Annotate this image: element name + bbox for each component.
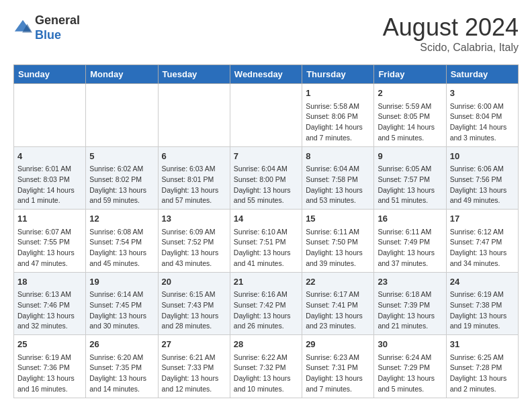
calendar-cell: 12Sunrise: 6:08 AM Sunset: 7:54 PM Dayli… [86, 210, 158, 273]
day-info: Sunrise: 6:15 AM Sunset: 7:43 PM Dayligh… [162, 289, 226, 332]
calendar-week-3: 18Sunrise: 6:13 AM Sunset: 7:46 PM Dayli… [14, 272, 519, 335]
day-info: Sunrise: 6:04 AM Sunset: 7:58 PM Dayligh… [306, 164, 370, 206]
calendar-week-1: 4Sunrise: 6:01 AM Sunset: 8:03 PM Daylig… [14, 146, 519, 210]
calendar-cell [158, 84, 230, 147]
day-number: 29 [306, 338, 370, 351]
weekday-header-sunday: Sunday [14, 65, 86, 84]
calendar-cell: 23Sunrise: 6:18 AM Sunset: 7:39 PM Dayli… [374, 272, 446, 335]
calendar-cell: 19Sunrise: 6:14 AM Sunset: 7:45 PM Dayli… [86, 272, 158, 335]
day-number: 22 [306, 275, 370, 289]
weekday-header-wednesday: Wednesday [230, 65, 302, 84]
weekday-header-saturday: Saturday [446, 65, 518, 84]
calendar-cell: 18Sunrise: 6:13 AM Sunset: 7:46 PM Dayli… [14, 272, 86, 335]
calendar-cell: 20Sunrise: 6:15 AM Sunset: 7:43 PM Dayli… [158, 272, 230, 335]
day-info: Sunrise: 6:01 AM Sunset: 8:03 PM Dayligh… [17, 164, 82, 206]
day-number: 31 [450, 338, 515, 351]
day-number: 23 [378, 275, 442, 289]
day-info: Sunrise: 6:19 AM Sunset: 7:36 PM Dayligh… [17, 353, 82, 395]
calendar-week-4: 25Sunrise: 6:19 AM Sunset: 7:36 PM Dayli… [14, 335, 519, 398]
day-number: 1 [306, 87, 370, 100]
calendar-cell: 11Sunrise: 6:07 AM Sunset: 7:55 PM Dayli… [14, 210, 86, 273]
calendar-cell: 6Sunrise: 6:03 AM Sunset: 8:01 PM Daylig… [158, 146, 230, 210]
day-number: 2 [378, 87, 442, 100]
calendar-table: SundayMondayTuesdayWednesdayThursdayFrid… [13, 64, 519, 398]
day-number: 26 [89, 338, 154, 351]
logo: General Blue [13, 13, 80, 42]
day-number: 19 [89, 275, 154, 289]
calendar-cell: 5Sunrise: 6:02 AM Sunset: 8:02 PM Daylig… [86, 146, 158, 210]
calendar-cell: 3Sunrise: 6:00 AM Sunset: 8:04 PM Daylig… [446, 84, 518, 147]
calendar-cell: 29Sunrise: 6:23 AM Sunset: 7:31 PM Dayli… [302, 335, 374, 398]
day-number: 11 [17, 212, 82, 226]
day-info: Sunrise: 6:08 AM Sunset: 7:54 PM Dayligh… [89, 227, 154, 269]
day-number: 15 [306, 212, 370, 226]
calendar-cell: 25Sunrise: 6:19 AM Sunset: 7:36 PM Dayli… [14, 335, 86, 398]
day-number: 25 [17, 338, 82, 351]
weekday-header-monday: Monday [86, 65, 158, 84]
weekday-row: SundayMondayTuesdayWednesdayThursdayFrid… [14, 65, 519, 84]
day-info: Sunrise: 6:18 AM Sunset: 7:39 PM Dayligh… [378, 289, 442, 332]
calendar-cell: 14Sunrise: 6:10 AM Sunset: 7:51 PM Dayli… [230, 210, 302, 273]
day-info: Sunrise: 6:14 AM Sunset: 7:45 PM Dayligh… [89, 289, 154, 332]
day-info: Sunrise: 6:19 AM Sunset: 7:38 PM Dayligh… [450, 289, 515, 332]
day-number: 21 [234, 275, 298, 289]
day-info: Sunrise: 6:13 AM Sunset: 7:46 PM Dayligh… [17, 289, 82, 332]
calendar-cell: 2Sunrise: 5:59 AM Sunset: 8:05 PM Daylig… [374, 84, 446, 147]
calendar-cell: 31Sunrise: 6:25 AM Sunset: 7:28 PM Dayli… [446, 335, 518, 398]
day-number: 14 [234, 212, 298, 226]
day-info: Sunrise: 6:22 AM Sunset: 7:32 PM Dayligh… [234, 353, 298, 395]
day-info: Sunrise: 5:58 AM Sunset: 8:06 PM Dayligh… [306, 101, 370, 144]
day-info: Sunrise: 6:04 AM Sunset: 8:00 PM Dayligh… [234, 164, 298, 206]
weekday-header-friday: Friday [374, 65, 446, 84]
calendar-cell: 9Sunrise: 6:05 AM Sunset: 7:57 PM Daylig… [374, 146, 446, 210]
day-number: 9 [378, 150, 442, 163]
day-info: Sunrise: 6:21 AM Sunset: 7:33 PM Dayligh… [162, 353, 226, 395]
weekday-header-tuesday: Tuesday [158, 65, 230, 84]
logo-blue-text: Blue [35, 28, 61, 42]
calendar-cell: 10Sunrise: 6:06 AM Sunset: 7:56 PM Dayli… [446, 146, 518, 210]
day-number: 8 [306, 150, 370, 163]
calendar-cell: 7Sunrise: 6:04 AM Sunset: 8:00 PM Daylig… [230, 146, 302, 210]
day-info: Sunrise: 6:11 AM Sunset: 7:50 PM Dayligh… [306, 227, 370, 269]
logo-general-text: General [35, 13, 80, 27]
calendar-cell [230, 84, 302, 147]
title-block: August 2024 Scido, Calabria, Italy [383, 13, 519, 54]
day-info: Sunrise: 5:59 AM Sunset: 8:05 PM Dayligh… [378, 101, 442, 144]
calendar-cell: 24Sunrise: 6:19 AM Sunset: 7:38 PM Dayli… [446, 272, 518, 335]
day-info: Sunrise: 6:09 AM Sunset: 7:52 PM Dayligh… [162, 227, 226, 269]
day-info: Sunrise: 6:16 AM Sunset: 7:42 PM Dayligh… [234, 289, 298, 332]
day-info: Sunrise: 6:02 AM Sunset: 8:02 PM Dayligh… [89, 164, 154, 206]
calendar-cell: 17Sunrise: 6:12 AM Sunset: 7:47 PM Dayli… [446, 210, 518, 273]
day-info: Sunrise: 6:07 AM Sunset: 7:55 PM Dayligh… [17, 227, 82, 269]
day-info: Sunrise: 6:03 AM Sunset: 8:01 PM Dayligh… [162, 164, 226, 206]
day-number: 10 [450, 150, 515, 163]
day-number: 16 [378, 212, 442, 226]
calendar-week-0: 1Sunrise: 5:58 AM Sunset: 8:06 PM Daylig… [14, 84, 519, 147]
day-info: Sunrise: 6:24 AM Sunset: 7:29 PM Dayligh… [378, 353, 442, 395]
day-number: 7 [234, 150, 298, 163]
calendar-cell: 8Sunrise: 6:04 AM Sunset: 7:58 PM Daylig… [302, 146, 374, 210]
day-number: 20 [162, 275, 226, 289]
calendar-week-2: 11Sunrise: 6:07 AM Sunset: 7:55 PM Dayli… [14, 210, 519, 273]
day-number: 6 [162, 150, 226, 163]
calendar-cell [14, 84, 86, 147]
day-number: 5 [89, 150, 154, 163]
day-info: Sunrise: 6:20 AM Sunset: 7:35 PM Dayligh… [89, 353, 154, 395]
day-info: Sunrise: 6:11 AM Sunset: 7:49 PM Dayligh… [378, 227, 442, 269]
day-info: Sunrise: 6:10 AM Sunset: 7:51 PM Dayligh… [234, 227, 298, 269]
calendar-cell: 15Sunrise: 6:11 AM Sunset: 7:50 PM Dayli… [302, 210, 374, 273]
day-info: Sunrise: 6:23 AM Sunset: 7:31 PM Dayligh… [306, 353, 370, 395]
day-number: 3 [450, 87, 515, 100]
calendar-body: 1Sunrise: 5:58 AM Sunset: 8:06 PM Daylig… [14, 84, 519, 398]
day-number: 17 [450, 212, 515, 226]
month-title: August 2024 [383, 13, 519, 42]
day-number: 12 [89, 212, 154, 226]
page-header: General Blue August 2024 Scido, Calabria… [13, 13, 519, 54]
calendar-cell: 4Sunrise: 6:01 AM Sunset: 8:03 PM Daylig… [14, 146, 86, 210]
day-number: 28 [234, 338, 298, 351]
day-info: Sunrise: 6:00 AM Sunset: 8:04 PM Dayligh… [450, 101, 515, 144]
calendar-header: SundayMondayTuesdayWednesdayThursdayFrid… [14, 65, 519, 84]
day-number: 27 [162, 338, 226, 351]
calendar-cell: 28Sunrise: 6:22 AM Sunset: 7:32 PM Dayli… [230, 335, 302, 398]
day-info: Sunrise: 6:17 AM Sunset: 7:41 PM Dayligh… [306, 289, 370, 332]
